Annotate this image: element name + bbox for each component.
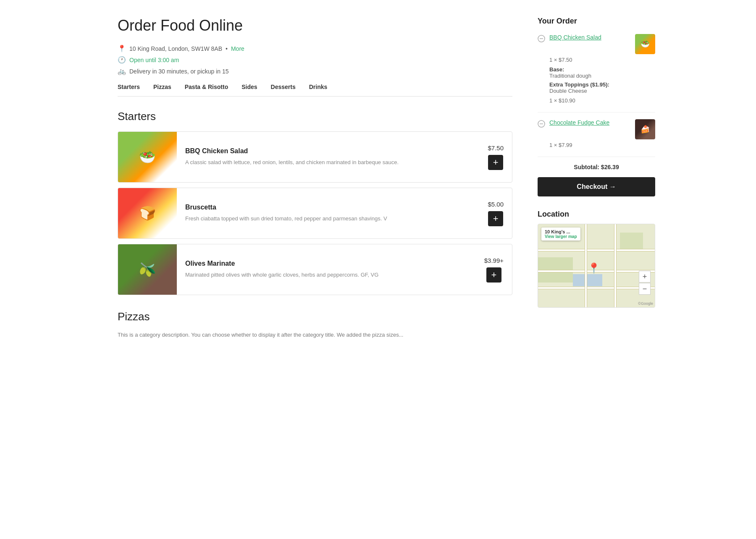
delivery-info: Delivery in 30 minutes, or pickup in 15 — [129, 68, 229, 75]
order-divider — [538, 112, 655, 113]
remove-bbq-chicken-salad-button[interactable] — [538, 35, 545, 44]
subtotal-row: Subtotal: $26.39 — [538, 164, 655, 170]
address-row: 📍 10 King Road, London, SW1W 8AB • More — [118, 44, 512, 52]
checkout-button[interactable]: Checkout → — [538, 177, 655, 196]
olives-marinate-body: Olives Marinate Marinated pitted olives … — [177, 253, 476, 286]
order-item-thumb-bbq: 🥗 — [635, 34, 655, 54]
location-title: Location — [538, 210, 655, 219]
page-title: Order Food Online — [118, 17, 512, 34]
pizzas-description: This is a category description. You can … — [118, 332, 512, 338]
add-bruscetta-button[interactable]: + — [488, 211, 503, 226]
tab-pasta-risotto[interactable]: Pasta & Risotto — [185, 84, 228, 96]
add-bbq-chicken-salad-button[interactable]: + — [488, 155, 503, 170]
main-content: Order Food Online 📍 10 King Road, London… — [118, 17, 512, 345]
restaurant-address: 10 King Road, London, SW1W 8AB — [129, 45, 222, 52]
bbq-chicken-salad-body: BBQ Chicken Salad A classic salad with l… — [177, 141, 479, 173]
order-item-price-cake: 1 × $7.99 — [549, 142, 655, 148]
tab-starters[interactable]: Starters — [118, 84, 140, 96]
order-item-header-cake: Chocolate Fudge Cake 🍰 — [538, 119, 655, 139]
location-icon: 📍 — [118, 44, 126, 52]
tab-desserts[interactable]: Desserts — [271, 84, 296, 96]
checkout-label: Checkout → — [577, 183, 616, 191]
bruscetta-name: Bruscetta — [185, 204, 471, 211]
map-location-name: 10 King's ... — [545, 229, 577, 234]
order-item-header: BBQ Chicken Salad 🥗 — [538, 34, 655, 54]
order-item-bbq-chicken-salad: BBQ Chicken Salad 🥗 1 × $7.50 Base: Trad… — [538, 34, 655, 104]
order-item-base-price-bbq: 1 × $7.50 — [549, 57, 655, 63]
order-item-extra-value: Double Cheese — [549, 88, 655, 94]
order-item-base-label: Base: — [549, 66, 655, 73]
order-item-base-value: Traditional dough — [549, 73, 655, 79]
olives-marinate-desc: Marinated pitted olives with whole garli… — [185, 271, 467, 279]
order-sidebar: Your Order BBQ Chicken Salad 🥗 1 × $7.50… — [538, 17, 655, 345]
bruscetta-price: $5.00 — [488, 201, 504, 208]
bbq-chicken-salad-desc: A classic salad with lettuce, red onion,… — [185, 158, 471, 167]
add-olives-marinate-button[interactable]: + — [486, 267, 501, 283]
map-zoom-out-button[interactable]: − — [639, 283, 651, 295]
order-divider-2 — [538, 157, 655, 157]
tab-drinks[interactable]: Drinks — [309, 84, 328, 96]
delivery-row: 🚲 Delivery in 30 minutes, or pickup in 1… — [118, 67, 512, 75]
olives-marinate-price-col: $3.99+ + — [476, 250, 512, 289]
subtotal-label: Subtotal: — [574, 164, 599, 170]
open-status: Open until 3:00 am — [129, 57, 179, 63]
location-section: Location 10 King's ... — [538, 210, 655, 308]
starters-section: Starters 🥗 BBQ Chicken Salad A classic s… — [118, 110, 512, 295]
bruscetta-desc: Fresh ciabatta topped with sun dried tom… — [185, 215, 471, 223]
order-item-name-bbq[interactable]: BBQ Chicken Salad — [549, 34, 631, 41]
order-item-thumb-cake: 🍰 — [635, 119, 655, 139]
bruscetta-body: Bruscetta Fresh ciabatta topped with sun… — [177, 197, 479, 230]
bbq-chicken-salad-price: $7.50 — [488, 144, 504, 152]
starters-title: Starters — [118, 110, 512, 123]
tab-pizzas[interactable]: Pizzas — [153, 84, 171, 96]
tab-sides[interactable]: Sides — [242, 84, 257, 96]
list-item: 🍞 Bruscetta Fresh ciabatta topped with s… — [118, 188, 512, 239]
order-title: Your Order — [538, 17, 655, 26]
list-item: 🥗 BBQ Chicken Salad A classic salad with… — [118, 131, 512, 183]
map-label-box: 10 King's ... View larger map — [541, 228, 580, 241]
bruscetta-price-col: $5.00 + — [479, 194, 512, 233]
delivery-icon: 🚲 — [118, 67, 126, 75]
list-item: 🫒 Olives Marinate Marinated pitted olive… — [118, 244, 512, 295]
map-pin: 📍 — [588, 262, 600, 274]
navigation-tabs: Starters Pizzas Pasta & Risotto Sides De… — [118, 84, 512, 97]
status-row: 🕐 Open until 3:00 am — [118, 56, 512, 64]
pizzas-title: Pizzas — [118, 310, 512, 323]
bbq-chicken-salad-image: 🥗 — [118, 132, 177, 182]
order-item-extra-label: Extra Toppings ($1.95): — [549, 81, 655, 88]
map-zoom-controls: + − — [639, 271, 651, 295]
clock-icon: 🕐 — [118, 56, 126, 64]
view-larger-map-link[interactable]: View larger map — [545, 234, 577, 239]
olives-marinate-price: $3.99+ — [484, 257, 504, 264]
more-link[interactable]: More — [231, 45, 244, 52]
olives-marinate-image: 🫒 — [118, 244, 177, 295]
order-item-final-qty: 1 × $10.90 — [549, 97, 655, 104]
subtotal-value: $26.39 — [601, 164, 619, 170]
order-item-name-cake[interactable]: Chocolate Fudge Cake — [549, 119, 631, 126]
map-zoom-in-button[interactable]: + — [639, 271, 651, 283]
google-logo: ©Google — [638, 301, 653, 306]
bruscetta-image: 🍞 — [118, 188, 177, 238]
pizzas-section: Pizzas This is a category description. Y… — [118, 310, 512, 338]
remove-chocolate-fudge-cake-button[interactable] — [538, 120, 545, 129]
order-item-chocolate-fudge-cake: Chocolate Fudge Cake 🍰 1 × $7.99 — [538, 119, 655, 148]
map-container: 10 King's ... View larger map 📍 + − ©Goo… — [538, 224, 655, 308]
olives-marinate-name: Olives Marinate — [185, 260, 467, 267]
bbq-chicken-salad-price-col: $7.50 + — [479, 138, 512, 177]
bbq-chicken-salad-name: BBQ Chicken Salad — [185, 147, 471, 155]
